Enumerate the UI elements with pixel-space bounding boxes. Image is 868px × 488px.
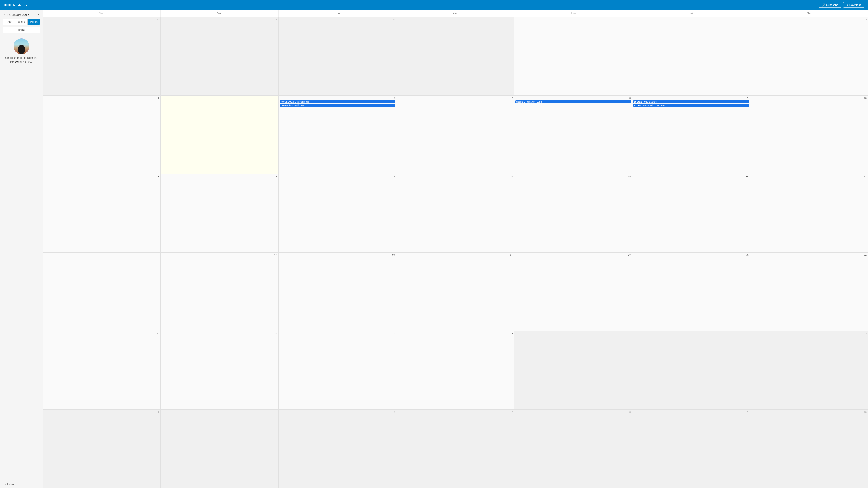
tab-week[interactable]: Week xyxy=(16,19,28,25)
day-header-thu: Thu xyxy=(515,10,632,17)
calendar-cell[interactable]: 21 xyxy=(397,253,514,331)
event-time: 7:00pm xyxy=(281,104,288,106)
event-time: 7:00pm xyxy=(634,104,641,106)
cell-date-number: 3 xyxy=(751,332,867,335)
app-header: Nextcloud 🔗 Subscribe ⬇ Download xyxy=(0,0,868,10)
subscribe-icon: 🔗 xyxy=(822,3,825,6)
calendar-cell[interactable]: 26 xyxy=(161,331,278,410)
cell-date-number: 6 xyxy=(280,411,395,414)
tab-day[interactable]: Day xyxy=(3,19,16,25)
calendar-cell[interactable]: 9 xyxy=(632,410,750,488)
calendar-cell[interactable]: 1 xyxy=(515,331,632,410)
calendar-cell[interactable]: 4 xyxy=(43,410,161,488)
calendar-cell[interactable]: 7 xyxy=(397,410,514,488)
calendar-cell[interactable]: 29 xyxy=(161,17,278,95)
sidebar: ‹ February 2018 › Day Week Month Today G… xyxy=(0,10,43,488)
calendar-cell[interactable]: 3 xyxy=(750,331,868,410)
cell-date-number: 2 xyxy=(633,18,749,21)
avatar xyxy=(13,38,29,54)
event-item[interactable]: 7:00pmBowling with coworkers xyxy=(633,104,749,107)
calendar-cell[interactable]: 2 xyxy=(632,17,750,95)
calendar-cell[interactable]: 2 xyxy=(632,331,750,410)
app-title: Nextcloud xyxy=(13,3,28,7)
embed-link[interactable]: <> Embed xyxy=(0,481,43,488)
event-time: 8:00pm xyxy=(516,101,524,103)
event-item[interactable]: 8:00amDoctor's appointment xyxy=(280,100,395,103)
logo-circles xyxy=(4,4,11,6)
cell-date-number: 7 xyxy=(397,96,513,100)
calendar-cell[interactable]: 17 xyxy=(750,174,868,252)
calendar-cell[interactable]: 27 xyxy=(279,331,397,410)
calendar-cell[interactable]: 11 xyxy=(43,174,161,252)
cell-date-number: 13 xyxy=(280,175,395,178)
calendar-cell[interactable]: 15 xyxy=(515,174,632,252)
calendar-cell[interactable]: 4 xyxy=(43,96,161,174)
calendar-cell[interactable]: 68:00amDoctor's appointment7:00pmDinner … xyxy=(279,96,397,174)
event-time: 10:00am xyxy=(634,101,642,103)
calendar-cell[interactable]: 14 xyxy=(397,174,514,252)
calendar-cell[interactable]: 5 xyxy=(161,410,278,488)
calendar-grid: 282930311234568:00amDoctor's appointment… xyxy=(43,17,868,488)
event-time: 8:00am xyxy=(281,101,287,103)
subscribe-button[interactable]: 🔗 Subscribe xyxy=(819,2,841,8)
next-month-button[interactable]: › xyxy=(37,12,40,17)
cell-date-number: 17 xyxy=(751,175,867,178)
day-headers: Sun Mon Tue Wed Thu Fri Sat xyxy=(43,10,868,17)
event-item[interactable]: 10:00amRoad bike tour xyxy=(633,100,749,103)
calendar-cell[interactable]: 22 xyxy=(515,253,632,331)
calendar-cell[interactable]: 16 xyxy=(632,174,750,252)
tab-month[interactable]: Month xyxy=(28,19,40,25)
cell-date-number: 19 xyxy=(162,254,277,257)
calendar-cell[interactable]: 20 xyxy=(279,253,397,331)
calendar-cell[interactable]: 28 xyxy=(43,17,161,95)
calendar-cell[interactable]: 3 xyxy=(750,17,868,95)
today-button[interactable]: Today xyxy=(3,27,40,33)
calendar-cell[interactable]: 19 xyxy=(161,253,278,331)
cell-date-number: 28 xyxy=(44,18,160,21)
calendar-cell[interactable]: 25 xyxy=(43,331,161,410)
calendar-cell[interactable]: 88:00pmCinema with John xyxy=(515,96,632,174)
calendar-cell[interactable]: 30 xyxy=(279,17,397,95)
calendar-cell[interactable]: 8 xyxy=(515,410,632,488)
cell-date-number: 4 xyxy=(44,411,160,414)
cell-date-number: 22 xyxy=(515,254,631,257)
cell-date-number: 9 xyxy=(633,411,749,414)
calendar-cell[interactable]: 5 xyxy=(161,96,278,174)
calendar-cell[interactable]: 7 xyxy=(397,96,514,174)
calendar-cell[interactable]: 23 xyxy=(632,253,750,331)
cell-date-number: 18 xyxy=(44,254,160,257)
cell-date-number: 3 xyxy=(751,18,867,21)
cell-date-number: 5 xyxy=(162,96,277,100)
calendar-cell[interactable]: 13 xyxy=(279,174,397,252)
cell-date-number: 2 xyxy=(633,332,749,335)
calendar-week: 4568:00amDoctor's appointment7:00pmDinne… xyxy=(43,96,868,174)
shared-calendar-text: Georg shared the calendar Personal with … xyxy=(5,56,37,64)
header-actions: 🔗 Subscribe ⬇ Download xyxy=(819,2,864,8)
calendar-cell[interactable]: 31 xyxy=(397,17,514,95)
calendar-cell[interactable]: 18 xyxy=(43,253,161,331)
download-button[interactable]: ⬇ Download xyxy=(843,2,864,8)
calendar-cell[interactable]: 6 xyxy=(279,410,397,488)
calendar-week: 18192021222324 xyxy=(43,253,868,331)
calendar-week: 25262728123 xyxy=(43,331,868,410)
event-item[interactable]: 8:00pmCinema with John xyxy=(515,100,631,103)
shared-calendar-info: Georg shared the calendar Personal with … xyxy=(0,36,43,66)
calendar-week: 28293031123 xyxy=(43,17,868,96)
calendar-cell[interactable]: 28 xyxy=(397,331,514,410)
cell-date-number: 8 xyxy=(515,411,631,414)
day-header-wed: Wed xyxy=(397,10,514,17)
calendar-cell[interactable]: 12 xyxy=(161,174,278,252)
subscribe-label: Subscribe xyxy=(826,3,838,6)
calendar-cell[interactable]: 24 xyxy=(750,253,868,331)
cell-date-number: 27 xyxy=(280,332,395,335)
cell-date-number: 31 xyxy=(397,18,513,21)
calendar-cell[interactable]: 1 xyxy=(515,17,632,95)
cell-date-number: 29 xyxy=(162,18,277,21)
event-item[interactable]: 7:00pmDinner with Jane xyxy=(280,104,395,107)
calendar-cell[interactable]: 10 xyxy=(750,96,868,174)
cell-date-number: 21 xyxy=(397,254,513,257)
calendar-cell[interactable]: 10 xyxy=(750,410,868,488)
cell-date-number: 8 xyxy=(515,96,631,100)
prev-month-button[interactable]: ‹ xyxy=(3,12,6,17)
calendar-cell[interactable]: 910:00amRoad bike tour7:00pmBowling with… xyxy=(632,96,750,174)
